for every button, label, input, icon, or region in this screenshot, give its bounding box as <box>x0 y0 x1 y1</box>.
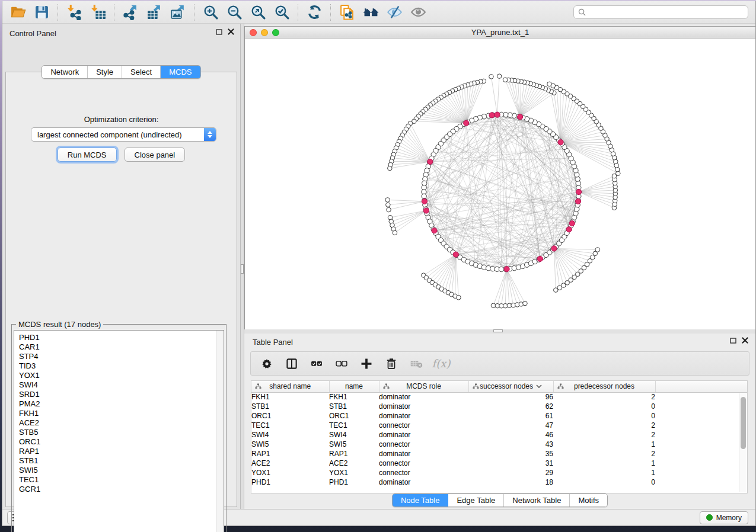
cell-mcds-role[interactable]: connector <box>379 459 468 468</box>
table-row[interactable]: ACE2ACE2connector311 <box>251 459 747 468</box>
table-row[interactable]: FKH1FKH1dominator962 <box>251 392 747 402</box>
mcds-node-item[interactable]: SWI5 <box>14 466 224 475</box>
cell-predecessor-nodes[interactable]: 2 <box>553 430 655 440</box>
delete-table-button[interactable] <box>409 356 424 371</box>
tab-motifs[interactable]: Motifs <box>570 494 607 507</box>
cell-name[interactable]: RAP1 <box>329 449 379 459</box>
search-input[interactable] <box>589 8 744 17</box>
table-row[interactable]: SWI4SWI4dominator462 <box>251 430 747 440</box>
mcds-node-item[interactable]: PMA2 <box>14 399 224 409</box>
cell-predecessor-nodes[interactable]: 1 <box>553 459 655 468</box>
tab-select[interactable]: Select <box>122 66 161 78</box>
maximize-window-icon[interactable] <box>272 29 279 36</box>
cell-mcds-role[interactable]: dominator <box>379 392 468 402</box>
cell-name[interactable]: STB1 <box>329 402 379 411</box>
cell-shared-name[interactable]: TEC1 <box>251 421 329 430</box>
mcds-result-list[interactable]: PHD1CAR1STP4TID3YOX1SWI4SRD1PMA2FKH1ACE2… <box>14 330 224 532</box>
deselect-all-button[interactable] <box>334 356 349 371</box>
close-panel-icon[interactable] <box>228 28 234 35</box>
mcds-node-item[interactable]: GCR1 <box>14 485 224 494</box>
export-table-button[interactable] <box>142 3 166 22</box>
mcds-node-item[interactable]: RAP1 <box>14 447 224 456</box>
cell-successor-nodes[interactable]: 62 <box>468 402 553 411</box>
cell-successor-nodes[interactable]: 43 <box>468 440 553 449</box>
hide-selected-button[interactable] <box>382 3 406 22</box>
table-mode-button[interactable] <box>259 356 275 371</box>
tab-edge-table[interactable]: Edge Table <box>448 494 504 507</box>
cell-predecessor-nodes[interactable]: 1 <box>553 440 655 449</box>
cell-shared-name[interactable]: FKH1 <box>251 392 329 402</box>
table-row[interactable]: RAP1RAP1dominator352 <box>251 449 747 459</box>
cell-mcds-role[interactable]: dominator <box>379 430 468 440</box>
import-table-button[interactable] <box>86 3 110 22</box>
float-panel-icon[interactable] <box>216 29 222 35</box>
mcds-node-item[interactable]: PHD1 <box>14 333 224 342</box>
mcds-node-item[interactable]: YOX1 <box>14 371 224 380</box>
cell-predecessor-nodes[interactable]: 1 <box>553 468 655 477</box>
cell-shared-name[interactable]: STB1 <box>251 402 329 411</box>
cell-mcds-role[interactable]: connector <box>379 440 468 449</box>
cell-mcds-role[interactable]: connector <box>379 468 468 477</box>
cell-successor-nodes[interactable]: 96 <box>468 392 553 402</box>
column-header-name[interactable]: name <box>329 381 379 392</box>
table-row[interactable]: STB1STB1dominator620 <box>251 402 747 411</box>
zoom-selected-button[interactable] <box>270 3 294 22</box>
horizontal-splitter[interactable] <box>244 329 755 334</box>
cell-successor-nodes[interactable]: 35 <box>468 449 553 459</box>
zoom-in-button[interactable] <box>199 3 222 22</box>
zoom-out-button[interactable] <box>222 3 246 22</box>
mcds-node-item[interactable]: SRD1 <box>14 390 224 399</box>
delete-column-button[interactable] <box>384 356 399 371</box>
mcds-node-item[interactable]: STP4 <box>14 352 224 361</box>
scrollbar-thumb[interactable] <box>741 397 746 449</box>
close-panel-button[interactable]: Close panel <box>125 148 186 162</box>
save-session-button[interactable] <box>30 3 53 22</box>
apply-layout-button[interactable] <box>302 3 326 22</box>
import-network-button[interactable] <box>62 3 86 22</box>
close-panel-icon[interactable] <box>742 337 748 344</box>
tab-network[interactable]: Network <box>42 66 88 78</box>
cell-predecessor-nodes[interactable]: 2 <box>553 449 655 459</box>
select-all-button[interactable] <box>309 356 324 371</box>
network-canvas[interactable] <box>245 39 755 332</box>
cell-predecessor-nodes[interactable]: 0 <box>553 411 655 421</box>
show-columns-button[interactable] <box>284 356 299 371</box>
cell-predecessor-nodes[interactable]: 2 <box>553 421 655 430</box>
table-row[interactable]: SWI5SWI5connector431 <box>251 440 747 449</box>
first-neighbors-button[interactable] <box>359 3 382 22</box>
function-builder-button[interactable]: f(x) <box>433 356 449 371</box>
mcds-node-item[interactable]: STB1 <box>14 456 224 466</box>
open-file-button[interactable] <box>6 3 30 22</box>
network-graph[interactable] <box>245 39 755 330</box>
cell-name[interactable]: PHD1 <box>329 477 379 487</box>
cell-predecessor-nodes[interactable]: 2 <box>553 392 655 402</box>
column-header-predecessor-nodes[interactable]: predecessor nodes <box>553 381 655 392</box>
column-header-mcds-role[interactable]: MCDS role <box>379 381 468 392</box>
cell-predecessor-nodes[interactable]: 0 <box>553 402 655 411</box>
table-row[interactable]: TEC1TEC1connector472 <box>251 421 747 430</box>
splitter-handle[interactable] <box>493 329 503 332</box>
cell-mcds-role[interactable]: dominator <box>379 477 468 487</box>
mcds-node-item[interactable]: SWI4 <box>14 380 224 390</box>
cell-mcds-role[interactable]: dominator <box>379 411 468 421</box>
zoom-fit-button[interactable] <box>246 3 270 22</box>
cell-successor-nodes[interactable]: 47 <box>468 421 553 430</box>
tab-mcds[interactable]: MCDS <box>161 66 200 78</box>
cell-successor-nodes[interactable]: 18 <box>468 477 553 487</box>
cell-shared-name[interactable]: PHD1 <box>251 477 329 487</box>
mcds-node-item[interactable]: STB5 <box>14 428 224 437</box>
cell-successor-nodes[interactable]: 29 <box>468 468 553 477</box>
tab-style[interactable]: Style <box>88 66 122 78</box>
cell-name[interactable]: SWI4 <box>329 430 379 440</box>
cell-shared-name[interactable]: YOX1 <box>251 468 329 477</box>
show-all-button[interactable] <box>406 3 430 22</box>
cell-shared-name[interactable]: RAP1 <box>251 449 329 459</box>
close-window-icon[interactable] <box>250 29 257 36</box>
table-row[interactable]: ORC1ORC1dominator610 <box>251 411 747 421</box>
cell-name[interactable]: TEC1 <box>329 421 379 430</box>
network-frame-titlebar[interactable]: YPA_prune.txt_1 <box>245 27 755 39</box>
mcds-node-item[interactable]: TEC1 <box>14 475 224 485</box>
mcds-node-item[interactable]: ACE2 <box>14 418 224 428</box>
mcds-node-item[interactable]: FKH1 <box>14 409 224 418</box>
mcds-list-scrollbar[interactable] <box>216 331 224 532</box>
